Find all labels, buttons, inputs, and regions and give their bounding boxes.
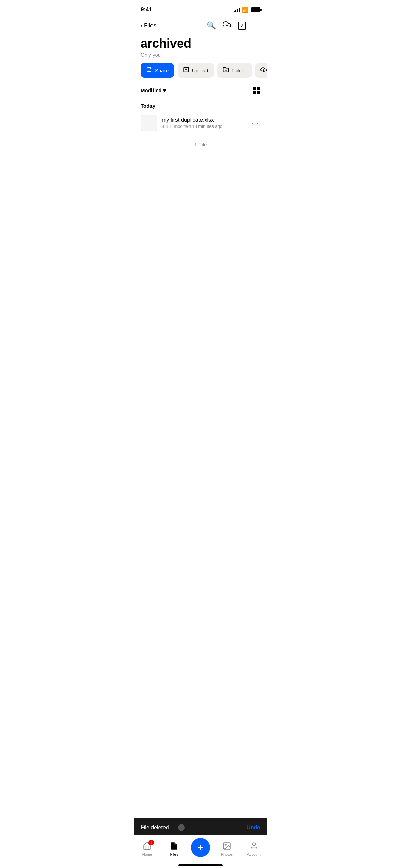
folder-subtitle: Only you: [141, 52, 260, 58]
folder-btn-label: Folder: [232, 68, 246, 73]
folder-name: archived: [141, 37, 260, 50]
sort-chevron-icon: ▾: [163, 87, 166, 94]
file-count: 1 File: [134, 135, 267, 154]
sort-label-text: Modified: [141, 87, 162, 93]
sort-row: Modified ▾: [134, 83, 267, 98]
section-today-label: Today: [141, 103, 155, 109]
offline-icon: [260, 67, 267, 74]
upload-btn-icon: [183, 67, 189, 74]
status-bar: 9:41 📶: [134, 0, 267, 17]
file-thumbnail: [141, 115, 157, 131]
share-label: Share: [155, 68, 169, 73]
file-name: my first duplicate.xlsx: [162, 117, 245, 123]
folder-button[interactable]: Folder: [217, 63, 252, 78]
more-icon[interactable]: ⋯: [253, 22, 260, 30]
offline-button[interactable]: Offline: [255, 63, 267, 78]
battery-icon: [251, 7, 260, 12]
action-buttons-row: Share Upload Folder: [134, 63, 267, 83]
back-label: Files: [144, 22, 156, 29]
file-more-icon[interactable]: ⋯: [250, 118, 260, 129]
folder-icon: [223, 67, 229, 74]
status-time: 9:41: [141, 6, 152, 13]
back-chevron-icon: ‹: [141, 22, 143, 29]
file-list: my first duplicate.xlsx 8 KB, modified 1…: [134, 111, 267, 135]
share-button[interactable]: Share: [141, 63, 174, 78]
file-meta: 8 KB, modified 18 minutes ago: [162, 124, 245, 129]
file-info: my first duplicate.xlsx 8 KB, modified 1…: [162, 117, 245, 129]
upload-button[interactable]: Upload: [178, 63, 214, 78]
back-button[interactable]: ‹ Files: [141, 22, 156, 29]
signal-icon: [234, 7, 240, 12]
section-today: Today: [134, 98, 267, 111]
grid-view-toggle[interactable]: [253, 87, 260, 94]
status-icons: 📶: [234, 7, 260, 13]
folder-title-section: archived Only you: [134, 34, 267, 63]
upload-btn-label: Upload: [192, 68, 208, 73]
header: ‹ Files 🔍 ⋯: [134, 17, 267, 34]
search-icon[interactable]: 🔍: [207, 21, 216, 30]
table-row: my first duplicate.xlsx 8 KB, modified 1…: [141, 111, 260, 135]
sort-button[interactable]: Modified ▾: [141, 87, 166, 94]
share-icon: [146, 67, 152, 74]
header-actions: 🔍 ⋯: [207, 21, 260, 31]
wifi-icon: 📶: [242, 7, 249, 13]
upload-icon[interactable]: [223, 21, 231, 31]
select-icon[interactable]: [238, 22, 246, 30]
